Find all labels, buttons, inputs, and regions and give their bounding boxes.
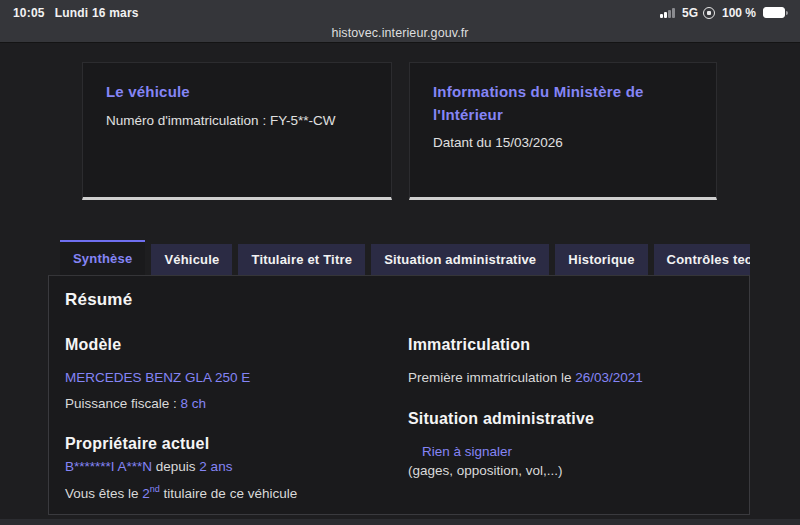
ministry-card-title: Informations du Ministère de l'Intérieur (433, 81, 693, 126)
fiscal-power-label: Puissance fiscale : (65, 396, 181, 411)
header-cards: Le véhicule Numéro d'immatriculation : F… (82, 62, 717, 200)
tab-controles-techniques[interactable]: Contrôles techniques (654, 244, 750, 275)
vehicle-card: Le véhicule Numéro d'immatriculation : F… (82, 62, 392, 200)
first-registration-date: 26/03/2021 (575, 370, 643, 385)
tab-historique[interactable]: Historique (555, 244, 647, 275)
ministry-card: Informations du Ministère de l'Intérieur… (409, 62, 717, 200)
tab-vehicule[interactable]: Véhicule (151, 244, 232, 275)
admin-status-value: Rien à signaler (408, 442, 733, 462)
registration-heading: Immatriculation (408, 336, 733, 354)
address-bar[interactable]: histovec.interieur.gouv.fr (331, 26, 468, 40)
model-heading: Modèle (65, 336, 408, 354)
owner-heading: Propriétaire actuel (65, 435, 408, 453)
vehicle-card-title: Le véhicule (106, 81, 368, 104)
tab-bar: Synthèse Véhicule Titulaire et Titre Sit… (48, 240, 750, 275)
battery-percentage: 100 % (722, 6, 756, 20)
clock: 10:05 (13, 6, 45, 20)
model-name: MERCEDES BENZ GLA 250 E (65, 368, 408, 388)
cellular-signal-icon (660, 8, 675, 18)
admin-status-heading: Situation administrative (408, 410, 733, 428)
panel-title: Résumé (65, 290, 733, 310)
first-registration-line: Première immatriculation le 26/03/2021 (408, 368, 733, 388)
owner-name: B*******I A***N (65, 459, 152, 474)
owner-line: B*******I A***N depuis 2 ans (65, 457, 408, 477)
ministry-date-line: Datant du 15/03/2026 (433, 133, 693, 153)
right-column: Immatriculation Première immatriculation… (408, 336, 733, 503)
status-row: 10:05 Lundi 16 mars 5G 100 % (0, 0, 800, 23)
holder-line: Vous êtes le 2nd titulaire de ce véhicul… (65, 483, 408, 503)
first-registration-label: Première immatriculation le (408, 370, 575, 385)
vehicle-plate-line: Numéro d'immatriculation : FY-5**-CW (106, 111, 368, 131)
owner-since-value: 2 ans (199, 459, 232, 474)
holder-ordinal: nd (150, 484, 160, 494)
holder-number: 2 (142, 485, 150, 500)
tab-synthese[interactable]: Synthèse (60, 240, 145, 275)
statusbar: 10:05 Lundi 16 mars 5G 100 % histovec.in… (0, 0, 800, 43)
admin-status-note: (gages, opposition, vol,...) (408, 461, 733, 481)
tab-titulaire-et-titre[interactable]: Titulaire et Titre (238, 244, 365, 275)
network-type-label: 5G (682, 6, 698, 20)
fiscal-power-line: Puissance fiscale : 8 ch (65, 394, 408, 414)
holder-prefix: Vous êtes le (65, 485, 142, 500)
left-column: Modèle MERCEDES BENZ GLA 250 E Puissance… (65, 336, 408, 503)
holder-suffix: titulaire de ce véhicule (160, 485, 297, 500)
summary-panel: Résumé Modèle MERCEDES BENZ GLA 250 E Pu… (48, 275, 750, 515)
fiscal-power-value: 8 ch (181, 396, 207, 411)
orientation-lock-icon (703, 7, 715, 19)
date-label: Lundi 16 mars (55, 6, 139, 20)
battery-icon (763, 7, 788, 18)
tab-situation-administrative[interactable]: Situation administrative (371, 244, 549, 275)
bottom-edge-bar (0, 519, 800, 525)
owner-since-label: depuis (152, 459, 199, 474)
